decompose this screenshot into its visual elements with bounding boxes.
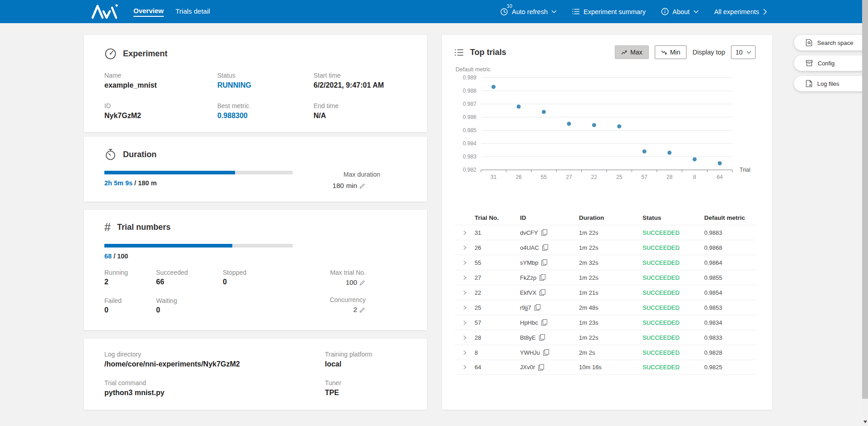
- max-trial-value: 100: [330, 278, 366, 286]
- metric-cell: 0.9868: [704, 244, 755, 251]
- top-trials-table: Trial No. ID Duration Status Default met…: [455, 210, 755, 375]
- duration-card: Duration 2h 5m 9s / 180 m Max duration: [84, 137, 427, 202]
- experiment-best-metric-field: Best metric 0.988300: [217, 102, 314, 120]
- copy-icon[interactable]: [538, 364, 544, 371]
- experiment-id-field: ID Nyk7GzM2: [104, 102, 217, 120]
- expand-row-chevron-icon[interactable]: [455, 305, 475, 311]
- expand-row-chevron-icon[interactable]: [455, 275, 475, 281]
- expand-row-chevron-icon[interactable]: [455, 290, 475, 296]
- header-default-metric: Default metric: [704, 214, 755, 221]
- copy-icon[interactable]: [535, 304, 540, 311]
- config-info-card: Log directory /home/core/nni-experiments…: [84, 339, 427, 410]
- all-experiments-link[interactable]: All experiments: [714, 8, 767, 15]
- max-button[interactable]: Max: [615, 45, 648, 59]
- expand-row-chevron-icon[interactable]: [455, 230, 475, 236]
- copy-icon[interactable]: [539, 274, 545, 281]
- config-button[interactable]: Config: [794, 55, 868, 71]
- duration-cell: 1m 23s: [579, 319, 642, 326]
- svg-text:0.988: 0.988: [463, 88, 476, 94]
- tuner-field: Tuner TPE: [325, 379, 407, 397]
- copy-icon[interactable]: [539, 334, 545, 341]
- metric-cell: 0.9855: [704, 274, 755, 281]
- expand-row-chevron-icon[interactable]: [455, 350, 475, 356]
- trial-no-cell: 25: [475, 304, 520, 311]
- trial-id-cell: o4UAC: [520, 244, 579, 251]
- table-row[interactable]: 22EkfVX 1m 21sSUCCEEDED0.9854: [455, 285, 755, 300]
- status-cell: SUCCEEDED: [642, 319, 704, 326]
- table-row[interactable]: 28Bt8yE 1m 22sSUCCEEDED0.9833: [455, 330, 755, 345]
- expand-row-chevron-icon[interactable]: [455, 320, 475, 326]
- status-cell: SUCCEEDED: [642, 334, 704, 341]
- duration-cell: 1m 22s: [579, 274, 642, 281]
- table-row[interactable]: 25r9jj7 2m 48sSUCCEEDED0.9853: [455, 300, 755, 315]
- search-space-button[interactable]: Search space: [794, 35, 868, 50]
- copy-icon[interactable]: [539, 289, 545, 296]
- search-space-icon: [806, 39, 812, 46]
- svg-text:25: 25: [616, 174, 623, 180]
- display-top-select[interactable]: 10: [731, 45, 755, 59]
- svg-text:28: 28: [667, 174, 673, 180]
- trial-no-cell: 8: [475, 349, 520, 356]
- svg-text:31: 31: [490, 174, 497, 180]
- tab-trials-detail[interactable]: Trials detail: [176, 7, 210, 16]
- header-id: ID: [520, 214, 579, 221]
- tab-overview[interactable]: Overview: [133, 7, 164, 17]
- about-label: About: [672, 8, 690, 15]
- about-menu[interactable]: About: [661, 8, 699, 15]
- table-row[interactable]: 55sYMbp 2m 32sSUCCEEDED0.9864: [455, 255, 755, 270]
- table-row[interactable]: 8YWHJu 2m 2sSUCCEEDED0.9828: [455, 345, 755, 360]
- duration-progress-bar: [104, 171, 293, 174]
- edit-pencil-icon[interactable]: [359, 307, 366, 313]
- experiment-summary-button[interactable]: Experiment summary: [572, 8, 646, 15]
- status-cell: SUCCEEDED: [642, 244, 704, 251]
- copy-icon[interactable]: [541, 319, 547, 326]
- metric-cell: 0.9883: [704, 229, 755, 236]
- stat-running: Running 2: [104, 269, 156, 286]
- metric-cell: 0.9834: [704, 319, 755, 326]
- copy-icon[interactable]: [541, 259, 547, 266]
- svg-text:27: 27: [566, 174, 572, 180]
- trial-id-cell: EkfVX: [520, 289, 579, 296]
- edit-pencil-icon[interactable]: [359, 279, 366, 286]
- trial-no-cell: 28: [475, 334, 520, 341]
- page-scrollbar[interactable]: [862, 0, 868, 426]
- table-row[interactable]: 26o4UAC 1m 22sSUCCEEDED0.9868: [455, 240, 755, 255]
- trial-no-cell: 64: [475, 364, 520, 371]
- min-button[interactable]: Min: [655, 45, 687, 59]
- status-cell: SUCCEEDED: [642, 229, 704, 236]
- expand-row-chevron-icon[interactable]: [455, 245, 475, 251]
- stat-stopped: Stopped 0: [223, 269, 295, 286]
- svg-text:0.987: 0.987: [463, 101, 476, 107]
- auto-refresh-control[interactable]: 10 Auto refresh: [500, 8, 557, 16]
- auto-refresh-interval-badge: 10: [507, 3, 512, 9]
- top-nav-bar: Overview Trials detail 10 Auto refresh: [0, 0, 868, 23]
- log-files-button[interactable]: Log files: [794, 76, 868, 91]
- svg-text:0.986: 0.986: [463, 114, 476, 120]
- table-row[interactable]: 57HpHbc 1m 23sSUCCEEDED0.9834: [455, 315, 755, 330]
- status-cell: SUCCEEDED: [642, 349, 704, 356]
- table-row[interactable]: 64JXv0r 10m 16sSUCCEEDED0.9825: [455, 360, 755, 375]
- header-trial-no: Trial No.: [475, 214, 520, 221]
- expand-row-chevron-icon[interactable]: [455, 260, 475, 266]
- copy-icon[interactable]: [543, 349, 549, 356]
- scrollbar-down-arrow-icon[interactable]: [863, 421, 867, 423]
- summary-list-icon: [572, 8, 580, 15]
- expand-row-chevron-icon[interactable]: [455, 364, 475, 370]
- refresh-clock-icon: [500, 8, 508, 16]
- copy-icon[interactable]: [541, 229, 547, 236]
- copy-icon[interactable]: [542, 244, 548, 251]
- default-metric-chart: 0.9890.9880.9870.9860.9850.9840.9830.982…: [455, 66, 768, 188]
- scrollbar-thumb[interactable]: [862, 0, 868, 399]
- top-trials-card-title: Top trials: [470, 48, 506, 57]
- duration-cell: 2m 48s: [579, 304, 642, 311]
- duration-cell: 2m 32s: [579, 259, 642, 266]
- table-row[interactable]: 31dvCFY 1m 22sSUCCEEDED0.9883: [455, 225, 755, 240]
- expand-row-chevron-icon[interactable]: [455, 335, 475, 341]
- trial-no-cell: 22: [475, 289, 520, 296]
- concurrency-label: Concurrency: [330, 296, 366, 303]
- table-row[interactable]: 27FkZzp 1m 22sSUCCEEDED0.9855: [455, 270, 755, 285]
- experiment-card-title: Experiment: [123, 49, 167, 59]
- trial-stats-grid: Running 2 Succeeded 66 Stopped 0 Faile: [104, 269, 295, 314]
- svg-text:Default metric: Default metric: [456, 66, 490, 73]
- edit-pencil-icon[interactable]: [359, 183, 366, 189]
